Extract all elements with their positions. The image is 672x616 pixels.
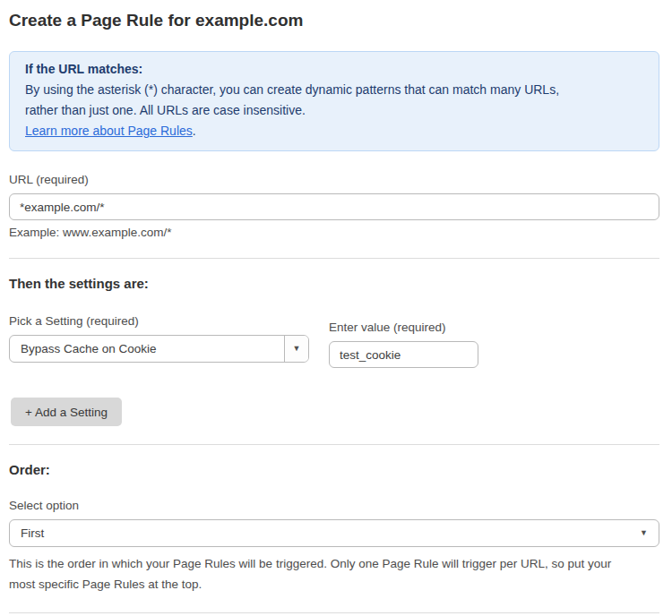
- add-setting-button[interactable]: + Add a Setting: [11, 398, 122, 426]
- settings-section-heading: Then the settings are:: [9, 276, 659, 292]
- order-select[interactable]: First ▼: [9, 519, 659, 547]
- info-box-body-line: By using the asterisk (*) character, you…: [25, 80, 643, 100]
- pick-setting-column: Pick a Setting (required) Bypass Cache o…: [9, 314, 309, 363]
- url-label: URL (required): [9, 173, 659, 187]
- order-section-heading: Order:: [9, 462, 659, 478]
- section-divider: [9, 258, 659, 259]
- create-page-rule-form: Create a Page Rule for example.com If th…: [0, 0, 672, 616]
- info-box-body-line: rather than just one. All URLs are case …: [25, 100, 643, 121]
- section-divider: [9, 444, 659, 445]
- chevron-down-icon: ▼: [640, 529, 648, 537]
- setting-value-input[interactable]: [329, 341, 478, 368]
- order-helper-text: This is the order in which your Page Rul…: [9, 553, 659, 595]
- setting-dropdown-arrow-button[interactable]: ▼: [284, 336, 308, 362]
- learn-more-page-rules-link[interactable]: Learn more about Page Rules: [25, 124, 193, 138]
- info-box-heading: If the URL matches:: [25, 59, 643, 80]
- enter-value-label: Enter value (required): [329, 321, 478, 335]
- order-helper-line: This is the order in which your Page Rul…: [9, 553, 659, 574]
- enter-value-column: Enter value (required): [329, 314, 478, 368]
- chevron-down-icon: ▼: [293, 345, 301, 353]
- settings-row: Pick a Setting (required) Bypass Cache o…: [9, 314, 659, 368]
- section-divider: [9, 612, 659, 613]
- info-box-link-line: Learn more about Page Rules.: [25, 121, 643, 141]
- setting-dropdown-value: Bypass Cache on Cookie: [10, 342, 284, 355]
- setting-dropdown[interactable]: Bypass Cache on Cookie ▼: [9, 335, 309, 363]
- pick-setting-label: Pick a Setting (required): [9, 314, 309, 329]
- order-select-value: First: [21, 526, 44, 540]
- page-title: Create a Page Rule for example.com: [9, 11, 659, 30]
- select-option-label: Select option: [9, 499, 659, 513]
- url-input[interactable]: [9, 193, 659, 220]
- url-example-helper: Example: www.example.com/*: [9, 226, 659, 240]
- url-match-info-box: If the URL matches: By using the asteris…: [9, 51, 659, 151]
- link-suffix-period: .: [193, 124, 196, 138]
- order-helper-line: most specific Page Rules at the top.: [9, 574, 659, 595]
